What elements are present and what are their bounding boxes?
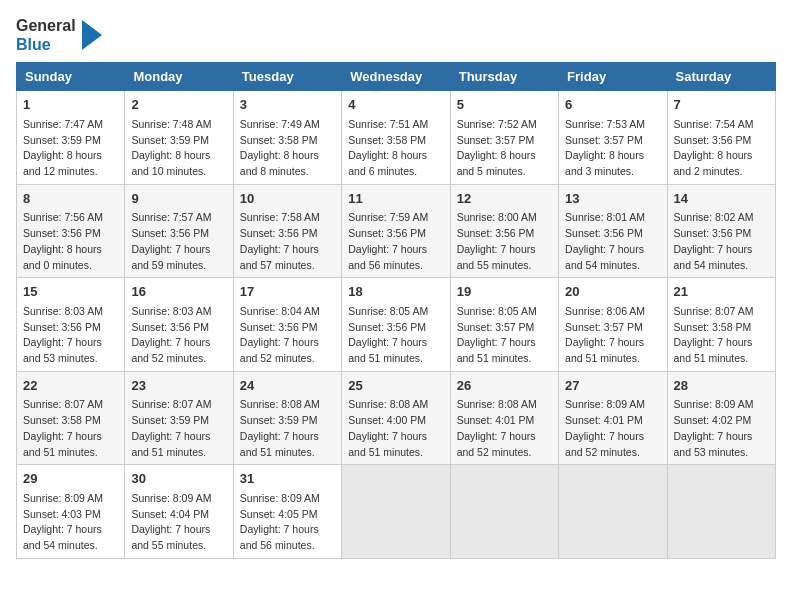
day-number: 7 <box>674 95 769 115</box>
logo-arrow-icon <box>82 20 102 50</box>
day-cell: 6Sunrise: 7:53 AM Sunset: 3:57 PM Daylig… <box>559 91 667 185</box>
day-cell: 5Sunrise: 7:52 AM Sunset: 3:57 PM Daylig… <box>450 91 558 185</box>
day-cell: 30Sunrise: 8:09 AM Sunset: 4:04 PM Dayli… <box>125 465 233 559</box>
day-number: 3 <box>240 95 335 115</box>
week-row-2: 8Sunrise: 7:56 AM Sunset: 3:56 PM Daylig… <box>17 184 776 278</box>
day-cell: 14Sunrise: 8:02 AM Sunset: 3:56 PM Dayli… <box>667 184 775 278</box>
header-tuesday: Tuesday <box>233 63 341 91</box>
day-cell: 3Sunrise: 7:49 AM Sunset: 3:58 PM Daylig… <box>233 91 341 185</box>
day-cell: 22Sunrise: 8:07 AM Sunset: 3:58 PM Dayli… <box>17 371 125 465</box>
day-number: 18 <box>348 282 443 302</box>
day-info: Sunrise: 8:08 AM Sunset: 3:59 PM Dayligh… <box>240 397 335 460</box>
day-number: 11 <box>348 189 443 209</box>
day-info: Sunrise: 7:56 AM Sunset: 3:56 PM Dayligh… <box>23 210 118 273</box>
week-row-4: 22Sunrise: 8:07 AM Sunset: 3:58 PM Dayli… <box>17 371 776 465</box>
header-thursday: Thursday <box>450 63 558 91</box>
day-number: 9 <box>131 189 226 209</box>
day-number: 19 <box>457 282 552 302</box>
day-cell: 20Sunrise: 8:06 AM Sunset: 3:57 PM Dayli… <box>559 278 667 372</box>
day-number: 29 <box>23 469 118 489</box>
day-number: 13 <box>565 189 660 209</box>
day-info: Sunrise: 8:05 AM Sunset: 3:56 PM Dayligh… <box>348 304 443 367</box>
day-info: Sunrise: 8:05 AM Sunset: 3:57 PM Dayligh… <box>457 304 552 367</box>
day-info: Sunrise: 8:08 AM Sunset: 4:01 PM Dayligh… <box>457 397 552 460</box>
day-cell: 29Sunrise: 8:09 AM Sunset: 4:03 PM Dayli… <box>17 465 125 559</box>
day-info: Sunrise: 7:49 AM Sunset: 3:58 PM Dayligh… <box>240 117 335 180</box>
day-number: 22 <box>23 376 118 396</box>
day-info: Sunrise: 8:09 AM Sunset: 4:04 PM Dayligh… <box>131 491 226 554</box>
day-info: Sunrise: 7:47 AM Sunset: 3:59 PM Dayligh… <box>23 117 118 180</box>
day-cell: 18Sunrise: 8:05 AM Sunset: 3:56 PM Dayli… <box>342 278 450 372</box>
day-number: 4 <box>348 95 443 115</box>
day-info: Sunrise: 7:52 AM Sunset: 3:57 PM Dayligh… <box>457 117 552 180</box>
day-info: Sunrise: 7:58 AM Sunset: 3:56 PM Dayligh… <box>240 210 335 273</box>
day-cell: 8Sunrise: 7:56 AM Sunset: 3:56 PM Daylig… <box>17 184 125 278</box>
day-info: Sunrise: 8:02 AM Sunset: 3:56 PM Dayligh… <box>674 210 769 273</box>
day-number: 27 <box>565 376 660 396</box>
calendar-header: SundayMondayTuesdayWednesdayThursdayFrid… <box>17 63 776 91</box>
day-info: Sunrise: 7:57 AM Sunset: 3:56 PM Dayligh… <box>131 210 226 273</box>
day-number: 1 <box>23 95 118 115</box>
day-number: 21 <box>674 282 769 302</box>
day-number: 26 <box>457 376 552 396</box>
day-cell: 26Sunrise: 8:08 AM Sunset: 4:01 PM Dayli… <box>450 371 558 465</box>
day-info: Sunrise: 8:03 AM Sunset: 3:56 PM Dayligh… <box>23 304 118 367</box>
calendar-body: 1Sunrise: 7:47 AM Sunset: 3:59 PM Daylig… <box>17 91 776 559</box>
day-info: Sunrise: 8:01 AM Sunset: 3:56 PM Dayligh… <box>565 210 660 273</box>
day-number: 6 <box>565 95 660 115</box>
day-number: 17 <box>240 282 335 302</box>
day-cell: 27Sunrise: 8:09 AM Sunset: 4:01 PM Dayli… <box>559 371 667 465</box>
day-number: 20 <box>565 282 660 302</box>
day-cell <box>342 465 450 559</box>
day-cell: 25Sunrise: 8:08 AM Sunset: 4:00 PM Dayli… <box>342 371 450 465</box>
day-cell: 19Sunrise: 8:05 AM Sunset: 3:57 PM Dayli… <box>450 278 558 372</box>
day-info: Sunrise: 8:07 AM Sunset: 3:59 PM Dayligh… <box>131 397 226 460</box>
day-cell: 31Sunrise: 8:09 AM Sunset: 4:05 PM Dayli… <box>233 465 341 559</box>
day-cell: 2Sunrise: 7:48 AM Sunset: 3:59 PM Daylig… <box>125 91 233 185</box>
day-info: Sunrise: 8:07 AM Sunset: 3:58 PM Dayligh… <box>674 304 769 367</box>
header: General Blue <box>16 16 776 54</box>
day-cell <box>450 465 558 559</box>
day-number: 23 <box>131 376 226 396</box>
day-number: 30 <box>131 469 226 489</box>
header-sunday: Sunday <box>17 63 125 91</box>
day-cell: 4Sunrise: 7:51 AM Sunset: 3:58 PM Daylig… <box>342 91 450 185</box>
day-number: 24 <box>240 376 335 396</box>
day-info: Sunrise: 7:53 AM Sunset: 3:57 PM Dayligh… <box>565 117 660 180</box>
week-row-5: 29Sunrise: 8:09 AM Sunset: 4:03 PM Dayli… <box>17 465 776 559</box>
day-info: Sunrise: 8:06 AM Sunset: 3:57 PM Dayligh… <box>565 304 660 367</box>
header-saturday: Saturday <box>667 63 775 91</box>
day-number: 5 <box>457 95 552 115</box>
logo-blue: Blue <box>16 35 76 54</box>
week-row-1: 1Sunrise: 7:47 AM Sunset: 3:59 PM Daylig… <box>17 91 776 185</box>
logo-general: General <box>16 16 76 35</box>
day-info: Sunrise: 8:09 AM Sunset: 4:02 PM Dayligh… <box>674 397 769 460</box>
day-info: Sunrise: 8:00 AM Sunset: 3:56 PM Dayligh… <box>457 210 552 273</box>
header-friday: Friday <box>559 63 667 91</box>
day-cell: 13Sunrise: 8:01 AM Sunset: 3:56 PM Dayli… <box>559 184 667 278</box>
svg-marker-0 <box>82 20 102 50</box>
header-wednesday: Wednesday <box>342 63 450 91</box>
day-cell: 24Sunrise: 8:08 AM Sunset: 3:59 PM Dayli… <box>233 371 341 465</box>
day-cell: 28Sunrise: 8:09 AM Sunset: 4:02 PM Dayli… <box>667 371 775 465</box>
day-info: Sunrise: 7:48 AM Sunset: 3:59 PM Dayligh… <box>131 117 226 180</box>
day-info: Sunrise: 8:07 AM Sunset: 3:58 PM Dayligh… <box>23 397 118 460</box>
logo: General Blue <box>16 16 102 54</box>
day-cell: 17Sunrise: 8:04 AM Sunset: 3:56 PM Dayli… <box>233 278 341 372</box>
day-info: Sunrise: 7:51 AM Sunset: 3:58 PM Dayligh… <box>348 117 443 180</box>
day-number: 14 <box>674 189 769 209</box>
day-cell: 15Sunrise: 8:03 AM Sunset: 3:56 PM Dayli… <box>17 278 125 372</box>
day-info: Sunrise: 8:09 AM Sunset: 4:03 PM Dayligh… <box>23 491 118 554</box>
day-cell: 7Sunrise: 7:54 AM Sunset: 3:56 PM Daylig… <box>667 91 775 185</box>
day-cell: 10Sunrise: 7:58 AM Sunset: 3:56 PM Dayli… <box>233 184 341 278</box>
day-cell <box>559 465 667 559</box>
day-cell: 9Sunrise: 7:57 AM Sunset: 3:56 PM Daylig… <box>125 184 233 278</box>
day-info: Sunrise: 8:03 AM Sunset: 3:56 PM Dayligh… <box>131 304 226 367</box>
day-number: 2 <box>131 95 226 115</box>
day-cell: 23Sunrise: 8:07 AM Sunset: 3:59 PM Dayli… <box>125 371 233 465</box>
day-cell <box>667 465 775 559</box>
day-info: Sunrise: 8:09 AM Sunset: 4:01 PM Dayligh… <box>565 397 660 460</box>
day-cell: 1Sunrise: 7:47 AM Sunset: 3:59 PM Daylig… <box>17 91 125 185</box>
day-info: Sunrise: 7:54 AM Sunset: 3:56 PM Dayligh… <box>674 117 769 180</box>
day-cell: 12Sunrise: 8:00 AM Sunset: 3:56 PM Dayli… <box>450 184 558 278</box>
